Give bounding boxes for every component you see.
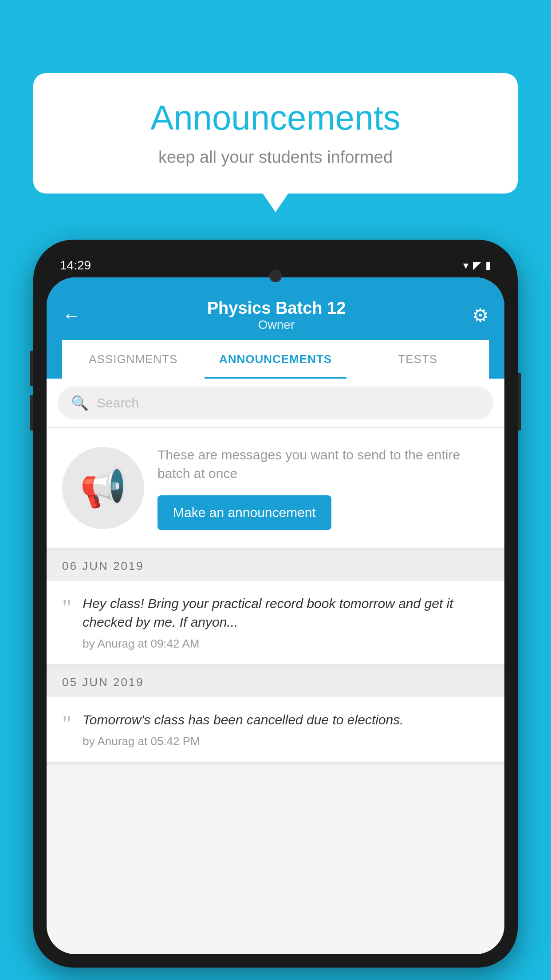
status-icons: ▾ ◤ ▮: [463, 259, 491, 272]
speech-bubble-section: Announcements keep all your students inf…: [33, 73, 518, 194]
power-button: [518, 373, 521, 431]
header-top: ← Physics Batch 12 Owner ⚙: [62, 285, 489, 340]
announcement-text-2: Tomorrow's class has been cancelled due …: [83, 711, 489, 729]
signal-icon: ◤: [473, 259, 481, 272]
announcement-item-2[interactable]: " Tomorrow's class has been cancelled du…: [47, 697, 504, 765]
front-camera: [269, 270, 282, 282]
phone-container: 14:29 ▾ ◤ ▮ ← Physics Batch 12 Owner ⚙: [33, 240, 518, 980]
settings-button[interactable]: ⚙: [472, 304, 489, 326]
search-placeholder: Search: [97, 395, 139, 411]
announcement-item-1[interactable]: " Hey class! Bring your practical record…: [47, 581, 504, 668]
tab-tests[interactable]: TESTS: [346, 340, 489, 379]
announcement-text-1: Hey class! Bring your practical record b…: [83, 594, 489, 632]
announcement-prompt: 📢 These are messages you want to send to…: [47, 428, 504, 551]
wifi-icon: ▾: [463, 259, 468, 272]
search-icon: 🔍: [71, 395, 89, 411]
search-bar[interactable]: 🔍 Search: [58, 387, 493, 419]
tabs-container: ASSIGNMENTS ANNOUNCEMENTS TESTS: [62, 340, 489, 379]
date-separator-1: 06 JUN 2019: [47, 551, 504, 581]
announcement-meta-1: by Anurag at 09:42 AM: [83, 637, 489, 651]
back-button[interactable]: ←: [62, 305, 81, 326]
announcement-right: These are messages you want to send to t…: [157, 446, 489, 530]
battery-icon: ▮: [485, 259, 491, 272]
app-header: ← Physics Batch 12 Owner ⚙ ASSIGNMENTS A…: [47, 277, 504, 379]
tab-announcements[interactable]: ANNOUNCEMENTS: [205, 340, 347, 379]
tab-assignments[interactable]: ASSIGNMENTS: [62, 340, 205, 379]
header-title-group: Physics Batch 12 Owner: [81, 299, 472, 332]
bubble-title: Announcements: [60, 98, 491, 138]
phone-frame: 14:29 ▾ ◤ ▮ ← Physics Batch 12 Owner ⚙: [33, 240, 518, 968]
volume-down-button: [30, 395, 33, 431]
announcement-icon-circle: 📢: [62, 447, 144, 529]
announcement-content-2: Tomorrow's class has been cancelled due …: [83, 711, 489, 748]
status-time: 14:29: [60, 258, 91, 273]
bubble-subtitle: keep all your students informed: [60, 148, 491, 167]
date-separator-2: 05 JUN 2019: [47, 668, 504, 697]
announcement-meta-2: by Anurag at 05:42 PM: [83, 735, 489, 748]
quote-icon-1: ": [62, 597, 71, 620]
volume-up-button: [30, 351, 33, 386]
quote-icon-2: ": [62, 713, 71, 736]
announcement-content-1: Hey class! Bring your practical record b…: [83, 594, 489, 651]
phone-notch: [240, 253, 311, 269]
batch-subtitle: Owner: [81, 318, 472, 332]
speech-bubble: Announcements keep all your students inf…: [33, 73, 518, 194]
announcement-description: These are messages you want to send to t…: [157, 446, 489, 483]
batch-title: Physics Batch 12: [81, 299, 472, 318]
make-announcement-button[interactable]: Make an announcement: [157, 495, 331, 530]
search-container: 🔍 Search: [47, 379, 504, 428]
megaphone-icon: 📢: [80, 466, 127, 510]
phone-screen: ← Physics Batch 12 Owner ⚙ ASSIGNMENTS A…: [47, 277, 504, 954]
